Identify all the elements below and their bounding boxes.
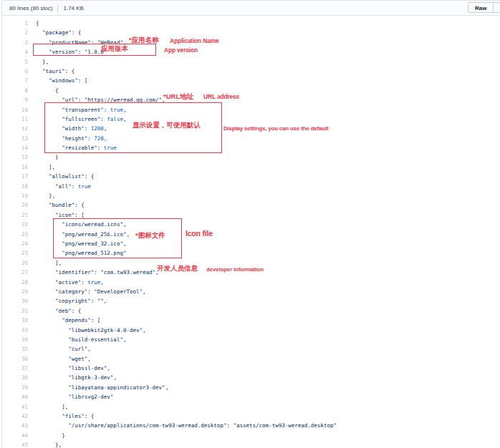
code-line-content: "height": 728, — [28, 134, 107, 143]
code-line: 37 "libssl-dev", — [2, 364, 500, 373]
code-line: 9 "url": "https://weread.qq.com/", — [2, 95, 500, 104]
line-number[interactable]: 3 — [2, 38, 28, 47]
line-number[interactable]: 26 — [2, 258, 28, 268]
line-number[interactable]: 8 — [2, 86, 28, 95]
code-line: 6 "tauri": { — [2, 67, 500, 76]
code-line: 12 "width": 1200, — [2, 124, 500, 133]
line-number[interactable]: 2 — [2, 28, 28, 37]
code-line: 42 "files": { — [2, 412, 500, 421]
raw-button[interactable]: Raw — [468, 2, 494, 13]
code-line-content: "icon": [ — [28, 210, 85, 220]
line-number[interactable]: 38 — [2, 373, 28, 382]
info-divider — [57, 4, 58, 12]
line-number[interactable]: 9 — [2, 95, 28, 104]
code-line: 11 "fullscreen": false, — [2, 115, 500, 124]
code-line: 14 "resizable": true — [2, 143, 500, 152]
code-line: 22 "icons/weread.icns", — [2, 220, 500, 229]
line-number[interactable]: 32 — [2, 316, 28, 325]
code-line-content: "tauri": { — [28, 67, 74, 76]
code-line-content: { — [28, 86, 59, 95]
code-line-content: "libwebkit2gtk-4.0-dev", — [28, 326, 146, 335]
code-line: 13 "height": 728, — [2, 134, 500, 143]
line-number[interactable]: 23 — [2, 230, 28, 239]
code-line: 39 "libayatana-appindicator3-dev", — [2, 383, 500, 392]
line-number[interactable]: 30 — [2, 296, 28, 306]
code-line-content: "libgtk-3-dev", — [28, 373, 117, 382]
line-number[interactable]: 7 — [2, 76, 28, 85]
code-line-content: "png/weread_256.ico", — [28, 230, 130, 239]
code-line-content: "resizable": true — [28, 143, 117, 152]
line-number[interactable]: 40 — [2, 392, 28, 401]
code-line: 35 "curl", — [2, 344, 500, 354]
line-number[interactable]: 16 — [2, 162, 28, 172]
file-header: 80 lines (80 sloc) 1.74 KB Raw — [2, 1, 500, 16]
code-line: 16 ], — [2, 162, 500, 172]
code-line: 5 }, — [2, 57, 500, 67]
code-line: 31 "deb": { — [2, 306, 500, 316]
line-number[interactable]: 25 — [2, 248, 28, 258]
line-number[interactable]: 35 — [2, 344, 28, 354]
line-number[interactable]: 37 — [2, 364, 28, 373]
next-button-cut[interactable] — [494, 2, 500, 13]
code-line: 32 "depends": [ — [2, 316, 500, 325]
line-number[interactable]: 43 — [2, 421, 28, 430]
line-number[interactable]: 19 — [2, 191, 28, 200]
code-line-content: "wget", — [28, 354, 91, 364]
code-line: 7 "windows": [ — [2, 76, 500, 85]
code-line-content: "build-essential", — [28, 335, 126, 344]
line-number[interactable]: 24 — [2, 239, 28, 248]
code-line-content: "identifier": "com.tw93.weread", — [28, 268, 159, 277]
line-number[interactable]: 29 — [2, 287, 28, 296]
line-number[interactable]: 41 — [2, 402, 28, 412]
code-line-content: } — [28, 431, 65, 440]
line-number[interactable]: 14 — [2, 143, 28, 152]
line-number[interactable]: 22 — [2, 220, 28, 229]
code-line: 3 "productName": "WeRead", — [2, 38, 500, 47]
code-line: 23 "png/weread_256.ico", — [2, 230, 500, 239]
file-box: 80 lines (80 sloc) 1.74 KB Raw 1{2 "pack… — [1, 0, 500, 448]
line-number[interactable]: 34 — [2, 335, 28, 344]
code-line-content: "productName": "WeRead", — [28, 38, 126, 47]
code-line: 41 ], — [2, 402, 500, 412]
line-number[interactable]: 13 — [2, 134, 28, 143]
code-line-content: "all": true — [28, 182, 91, 191]
line-number[interactable]: 36 — [2, 354, 28, 364]
code-line-content: "libssl-dev", — [28, 364, 110, 373]
line-number[interactable]: 27 — [2, 268, 28, 277]
code-line: 44 } — [2, 431, 500, 440]
line-number[interactable]: 15 — [2, 152, 28, 162]
line-number[interactable]: 4 — [2, 47, 28, 57]
code-line-content: "url": "https://weread.qq.com/", — [28, 95, 165, 104]
line-number[interactable]: 18 — [2, 182, 28, 191]
code-line-content: "libayatana-appindicator3-dev", — [28, 383, 168, 392]
line-number[interactable]: 10 — [2, 105, 28, 115]
line-number[interactable]: 20 — [2, 200, 28, 210]
line-number[interactable]: 17 — [2, 172, 28, 181]
code-line-content: "width": 1200, — [28, 124, 107, 133]
line-number[interactable]: 12 — [2, 124, 28, 133]
line-number[interactable]: 45 — [2, 440, 28, 448]
line-number[interactable]: 42 — [2, 412, 28, 421]
code-line: 36 "wget", — [2, 354, 500, 364]
code-line: 21 "icon": [ — [2, 210, 500, 220]
code-line-content: "librsvg2-dev" — [28, 392, 113, 401]
code-line: 33 "libwebkit2gtk-4.0-dev", — [2, 326, 500, 335]
line-number[interactable]: 44 — [2, 431, 28, 440]
code-line: 15 } — [2, 152, 500, 162]
code-line: 30 "copyright": "", — [2, 296, 500, 306]
line-number[interactable]: 5 — [2, 57, 28, 67]
code-line-content: }, — [28, 191, 55, 200]
code-line-content: "/usr/share/applications/com-tw93-weread… — [28, 421, 337, 430]
code-line-content: "deb": { — [28, 306, 81, 316]
line-number[interactable]: 31 — [2, 306, 28, 316]
code-line: 17 "allowlist": { — [2, 172, 500, 181]
line-number[interactable]: 11 — [2, 115, 28, 124]
line-number[interactable]: 39 — [2, 383, 28, 392]
line-number[interactable]: 6 — [2, 67, 28, 76]
line-number[interactable]: 28 — [2, 278, 28, 287]
line-number[interactable]: 1 — [2, 19, 28, 28]
line-number[interactable]: 33 — [2, 326, 28, 335]
code-line: 26 ], — [2, 258, 500, 268]
code-line-content: "depends": [ — [28, 316, 100, 325]
line-number[interactable]: 21 — [2, 210, 28, 220]
